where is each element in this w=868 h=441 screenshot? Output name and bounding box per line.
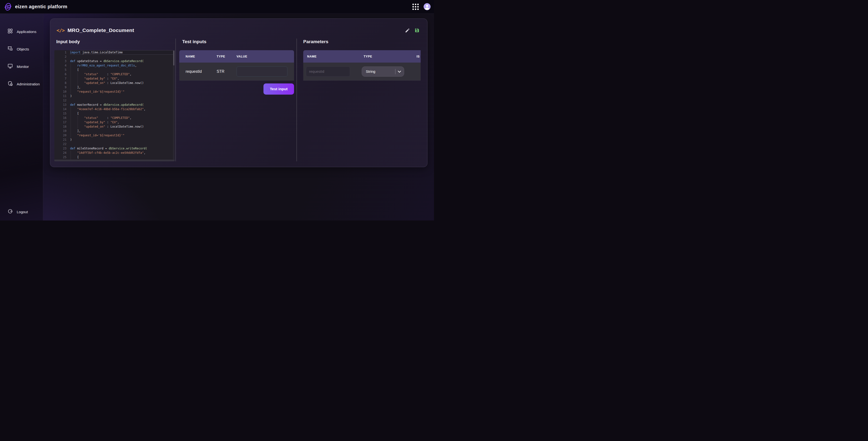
apps-menu-grid-icon[interactable]	[412, 4, 419, 10]
sidebar-item-label: Administration	[17, 82, 40, 86]
code-line: 5 [	[54, 68, 175, 72]
code-line: 18 "updated_on" : LocalDateTime.now()	[54, 124, 175, 129]
table-row: String	[303, 63, 421, 81]
object-group-icon	[7, 45, 13, 53]
column-header-name: NAME	[179, 55, 210, 58]
apps-grid-icon	[7, 28, 13, 35]
column-header-is: IS	[413, 55, 421, 58]
code-line: 21)	[54, 137, 175, 142]
code-line: 16 "status" : "COMPLETED",	[54, 116, 175, 120]
input-type-cell: STR	[210, 69, 230, 74]
column-header-type: TYPE	[360, 55, 413, 58]
input-body-section: Input body 1import java.time.LocalDateTi…	[54, 38, 175, 161]
code-line: 24 "14dff3bf-cf4b-4e5b-ac2c-ee50dd02fdfa…	[54, 151, 175, 155]
logout-icon	[7, 208, 13, 215]
code-editor[interactable]: 1import java.time.LocalDateTime23def upd…	[54, 50, 175, 161]
code-line: 4 rv!MRO_eza_agent_request_doc_dtls,	[54, 63, 175, 68]
sidebar-item-label: Monitor	[17, 65, 29, 69]
code-line: 7 "updated_by" : "EX",	[54, 76, 175, 81]
column-divider	[297, 38, 297, 161]
table-row: requestId STR	[179, 63, 294, 81]
column-header-name: NAME	[303, 55, 360, 58]
sidebar-item-monitor[interactable]: Monitor	[0, 61, 43, 72]
param-type-cell: String	[360, 66, 413, 77]
code-line: 25 [	[54, 155, 175, 159]
editor-vertical-scrollbar-thumb[interactable]	[173, 51, 175, 65]
edit-pencil-button[interactable]	[404, 27, 410, 33]
test-input-button[interactable]: Test input	[264, 84, 294, 95]
code-line: 11)	[54, 94, 175, 98]
section-title-parameters: Parameters	[303, 38, 421, 45]
column-divider	[176, 38, 176, 161]
sidebar-item-label: Applications	[17, 30, 36, 34]
parameters-table-clip: NAME TYPE IS	[303, 50, 421, 81]
code-line: 2	[54, 55, 175, 59]
select-divider	[395, 69, 396, 74]
app-window: eizen agentic platform	[0, 0, 434, 220]
param-type-select[interactable]: String	[362, 66, 404, 77]
table-header: NAME TYPE VALUE	[179, 50, 294, 63]
code-line: 6 "status" : "COMPLETED",	[54, 72, 175, 76]
page-title: MRO_Complete_Document	[67, 27, 134, 33]
code-lines: 1import java.time.LocalDateTime23def upd…	[54, 50, 175, 161]
main-content: </> MRO_Complete_Document	[43, 13, 434, 220]
sidebar-item-objects[interactable]: Objects	[0, 43, 43, 55]
logout-button[interactable]: Logout	[0, 206, 43, 218]
param-name-cell	[303, 66, 360, 77]
save-button[interactable]	[414, 27, 420, 33]
logout-label: Logout	[17, 210, 28, 214]
column-header-value: VALUE	[230, 55, 294, 58]
test-inputs-section: Test inputs NAME TYPE VALUE requestId ST…	[179, 38, 294, 161]
column-header-type: TYPE	[210, 55, 230, 58]
editor-vertical-scrollbar[interactable]	[173, 50, 175, 160]
sidebar-item-label: Objects	[17, 47, 29, 51]
code-line: 19 ],	[54, 129, 175, 133]
sidebar-item-administration[interactable]: Administration	[0, 78, 43, 90]
code-line: 8 "updated_on" : LocalDateTime.now()	[54, 81, 175, 85]
code-line: 14 "4ceee7ef-4c16-48bd-b5ba-f1ca28bbfab2…	[54, 107, 175, 111]
sidebar-item-applications[interactable]: Applications	[0, 26, 43, 37]
code-line: 12	[54, 98, 175, 103]
editor-horizontal-scrollbar[interactable]	[54, 160, 175, 161]
user-avatar[interactable]	[424, 3, 431, 10]
input-name-cell: requestId	[179, 69, 210, 74]
code-line: 1import java.time.LocalDateTime	[54, 50, 175, 55]
code-line: 9 ],	[54, 85, 175, 90]
parameters-section: Parameters NAME TYPE IS	[303, 38, 421, 161]
monitor-icon	[7, 63, 13, 70]
topbar: eizen agentic platform	[0, 0, 434, 13]
test-value-input[interactable]	[237, 66, 287, 77]
code-line: 22	[54, 142, 175, 146]
card-body: Input body 1import java.time.LocalDateTi…	[50, 38, 427, 161]
sidebar: Applications Objects	[0, 13, 43, 220]
code-line: 13def masterRecord = dbService.updateRec…	[54, 103, 175, 107]
code-line: 23def mileStoneRecord = dbService.writeR…	[54, 146, 175, 151]
eizen-logo-icon	[3, 2, 13, 12]
table-header: NAME TYPE IS	[303, 50, 421, 63]
chevron-down-icon	[398, 69, 401, 74]
code-line: 17 "updated_by" : "EX",	[54, 120, 175, 124]
document-card: </> MRO_Complete_Document	[50, 19, 428, 167]
parameters-table: NAME TYPE IS	[303, 50, 421, 81]
section-title-test-inputs: Test inputs	[182, 38, 294, 45]
input-value-cell	[230, 66, 294, 77]
param-name-input[interactable]	[306, 66, 350, 77]
test-inputs-table: NAME TYPE VALUE requestId STR	[179, 50, 294, 81]
code-icon: </>	[57, 27, 65, 33]
code-line: 20 "request_id='${requestId}'"	[54, 133, 175, 137]
code-line: 15 [	[54, 111, 175, 116]
section-title-input-body: Input body	[56, 38, 175, 45]
code-line: 3def updateStatus = dbService.updateReco…	[54, 59, 175, 63]
app-title: eizen agentic platform	[15, 4, 67, 9]
shield-user-icon	[7, 81, 13, 87]
code-line: 10 "request_id='${requestId}'"	[54, 90, 175, 94]
param-type-selected-value: String	[366, 69, 395, 73]
card-header: </> MRO_Complete_Document	[50, 19, 427, 35]
